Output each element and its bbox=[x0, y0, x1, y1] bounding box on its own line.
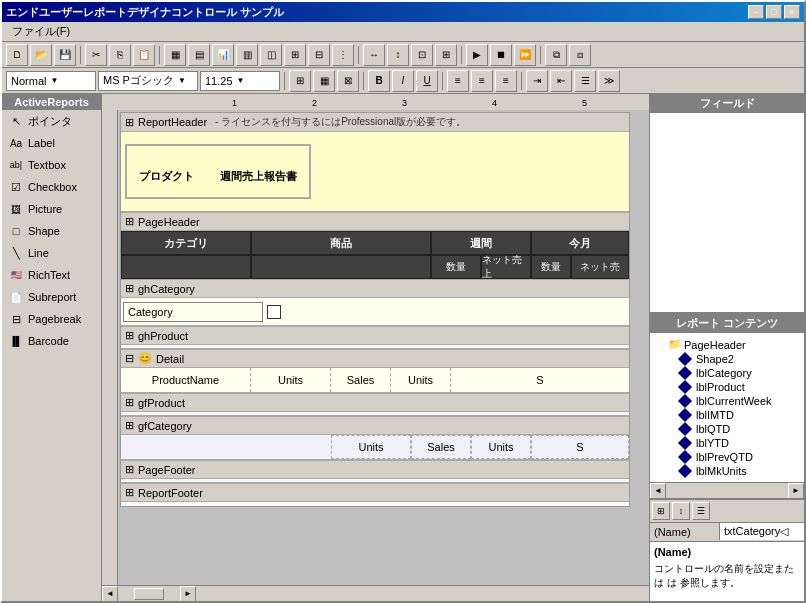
tb6[interactable]: ▥ bbox=[236, 44, 258, 66]
open-button[interactable]: 📂 bbox=[30, 44, 52, 66]
report-footer-toggle[interactable]: ⊞ bbox=[125, 486, 134, 499]
tb12[interactable]: ↕ bbox=[387, 44, 409, 66]
cut-button[interactable]: ✂ bbox=[85, 44, 107, 66]
sep5 bbox=[540, 46, 541, 64]
tree-scroll-right[interactable]: ► bbox=[788, 483, 804, 499]
gh-category-toggle[interactable]: ⊞ bbox=[125, 282, 134, 295]
grid-button[interactable]: ⊞ bbox=[289, 70, 311, 92]
page-header-toggle[interactable]: ⊞ bbox=[125, 215, 134, 228]
tree-item-shape2[interactable]: Shape2 bbox=[654, 352, 800, 366]
tb8[interactable]: ⊞ bbox=[284, 44, 306, 66]
tb5[interactable]: 📊 bbox=[212, 44, 234, 66]
bold-button[interactable]: B bbox=[368, 70, 390, 92]
tool-shape[interactable]: □ Shape bbox=[2, 220, 101, 242]
align-left-button[interactable]: ≡ bbox=[447, 70, 469, 92]
tool-richtext[interactable]: 🇺🇸 RichText bbox=[2, 264, 101, 286]
minimize-button[interactable]: － bbox=[748, 5, 764, 19]
prop-btn1[interactable]: ⊞ bbox=[652, 502, 670, 520]
pointer-icon: ↖ bbox=[8, 113, 24, 129]
prop-name-key: (Name) bbox=[650, 523, 720, 540]
gf-category-toggle[interactable]: ⊞ bbox=[125, 419, 134, 432]
gh-product-toggle[interactable]: ⊞ bbox=[125, 329, 134, 342]
tb19[interactable]: ⧈ bbox=[569, 44, 591, 66]
size-dropdown[interactable]: 11.25 ▼ bbox=[200, 71, 280, 91]
prop-btn3[interactable]: ☰ bbox=[692, 502, 710, 520]
tb15[interactable]: ▶ bbox=[466, 44, 488, 66]
tb18[interactable]: ⧉ bbox=[545, 44, 567, 66]
tool-checkbox[interactable]: ☑ Checkbox bbox=[2, 176, 101, 198]
bottom-scrollbar[interactable]: ◄ ► bbox=[102, 585, 649, 601]
tree-item-lblqtd[interactable]: lblQTD bbox=[654, 422, 800, 436]
tb17[interactable]: ⏩ bbox=[514, 44, 536, 66]
left-panel-header: ActiveReports bbox=[2, 94, 101, 110]
picture-icon: 🖼 bbox=[8, 201, 24, 217]
row-ruler bbox=[102, 110, 118, 585]
font-dropdown[interactable]: MS Pゴシック ▼ bbox=[98, 71, 198, 91]
report-header-toggle[interactable]: ⊞ bbox=[125, 116, 134, 129]
tb11[interactable]: ↔ bbox=[363, 44, 385, 66]
center-panel: 1 2 3 4 5 ⊞ ReportHeader bbox=[102, 94, 649, 601]
tree-item-lblmkunits[interactable]: lblMkUnits bbox=[654, 464, 800, 478]
tb3[interactable]: ▦ bbox=[164, 44, 186, 66]
tb7[interactable]: ◫ bbox=[260, 44, 282, 66]
ph-weekly-sub2: ネット売上 bbox=[481, 255, 531, 279]
category-checkbox[interactable] bbox=[267, 305, 281, 319]
paste-button[interactable]: 📋 bbox=[133, 44, 155, 66]
tree-scroll-left[interactable]: ◄ bbox=[650, 483, 666, 499]
tree-item-lblcurrentweek[interactable]: lblCurrentWeek bbox=[654, 394, 800, 408]
tb13[interactable]: ⊡ bbox=[411, 44, 433, 66]
new-button[interactable]: 🗋 bbox=[6, 44, 28, 66]
list-button[interactable]: ☰ bbox=[574, 70, 596, 92]
tree-item-lblproduct[interactable]: lblProduct bbox=[654, 380, 800, 394]
ph-monthly-sub2: ネット売 bbox=[571, 255, 629, 279]
align-button[interactable]: ▦ bbox=[313, 70, 335, 92]
tool-pagebreak[interactable]: ⊟ Pagebreak bbox=[2, 308, 101, 330]
detail-toggle[interactable]: ⊟ bbox=[125, 352, 134, 365]
tb14[interactable]: ⊞ bbox=[435, 44, 457, 66]
outdent-button[interactable]: ⇤ bbox=[550, 70, 572, 92]
tool-line[interactable]: ╲ Line bbox=[2, 242, 101, 264]
file-menu[interactable]: ファイル(F) bbox=[6, 22, 76, 41]
tool-subreport[interactable]: 📄 Subreport bbox=[2, 286, 101, 308]
scroll-left-button[interactable]: ◄ bbox=[102, 586, 118, 602]
tree-item-lblcategory[interactable]: lblCategory bbox=[654, 366, 800, 380]
tree-page-header[interactable]: 📁 PageHeader bbox=[654, 337, 800, 352]
scroll-right-button[interactable]: ► bbox=[180, 586, 196, 602]
page-footer-toggle[interactable]: ⊞ bbox=[125, 463, 134, 476]
tool-pointer[interactable]: ↖ ポインタ bbox=[2, 110, 101, 132]
underline-button[interactable]: U bbox=[416, 70, 438, 92]
tool-label[interactable]: Aa Label bbox=[2, 132, 101, 154]
save-button[interactable]: 💾 bbox=[54, 44, 76, 66]
more-button[interactable]: ≫ bbox=[598, 70, 620, 92]
tb16[interactable]: ⏹ bbox=[490, 44, 512, 66]
scroll-thumb-h[interactable] bbox=[134, 588, 164, 600]
gf-sales: Sales bbox=[411, 435, 471, 459]
maximize-button[interactable]: □ bbox=[766, 5, 782, 19]
tree-item-lblimtd[interactable]: lblIMTD bbox=[654, 408, 800, 422]
align-right-button[interactable]: ≡ bbox=[495, 70, 517, 92]
diamond-icon-lblqtd bbox=[678, 422, 692, 436]
indent-button[interactable]: ⇥ bbox=[526, 70, 548, 92]
tool-barcode[interactable]: ▐▌ Barcode bbox=[2, 330, 101, 352]
tb10[interactable]: ⋮ bbox=[332, 44, 354, 66]
copy-button[interactable]: ⎘ bbox=[109, 44, 131, 66]
category-textbox[interactable]: Category bbox=[123, 302, 263, 322]
gf-product-toggle[interactable]: ⊞ bbox=[125, 396, 134, 409]
canvas-padding bbox=[120, 507, 647, 567]
tree-scrollbar[interactable]: ◄ ► bbox=[650, 482, 804, 498]
style-dropdown[interactable]: Normal ▼ bbox=[6, 71, 96, 91]
tb9[interactable]: ⊟ bbox=[308, 44, 330, 66]
snap-button[interactable]: ⊠ bbox=[337, 70, 359, 92]
italic-button[interactable]: I bbox=[392, 70, 414, 92]
tree-item-lblprevqtd[interactable]: lblPrevQTD bbox=[654, 450, 800, 464]
design-content[interactable]: ⊞ ReportHeader - ライセンスを付与するにはProfessiona… bbox=[118, 110, 649, 585]
tool-textbox[interactable]: ab| Textbox bbox=[2, 154, 101, 176]
tb4[interactable]: ▤ bbox=[188, 44, 210, 66]
report-title-container: プロダクト 週間売上報告書 bbox=[125, 144, 311, 199]
align-center-button[interactable]: ≡ bbox=[471, 70, 493, 92]
prop-name-val[interactable]: txtCategory◁ bbox=[720, 523, 804, 540]
close-button[interactable]: × bbox=[784, 5, 800, 19]
tool-picture[interactable]: 🖼 Picture bbox=[2, 198, 101, 220]
tree-item-lblytd[interactable]: lblYTD bbox=[654, 436, 800, 450]
prop-btn2[interactable]: ↕ bbox=[672, 502, 690, 520]
